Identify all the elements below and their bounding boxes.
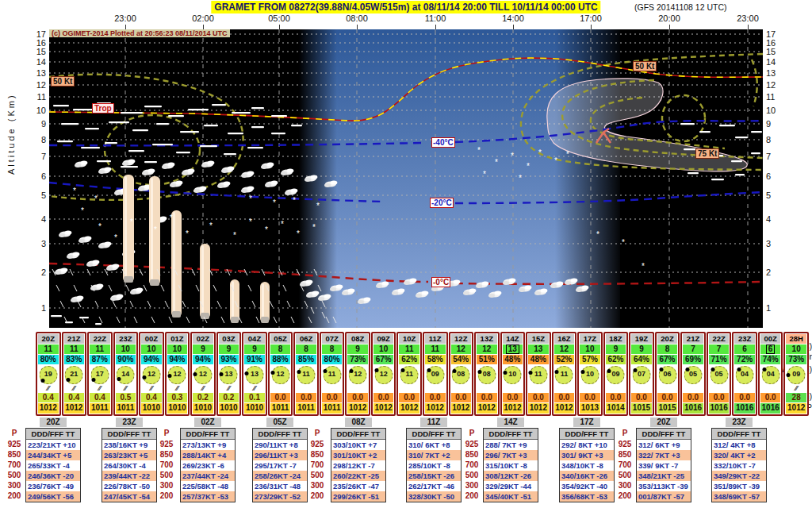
upper-wind-group: 23ZDDD/FFF TT312/ 4KT +8320/ 4KT +2332/1… bbox=[711, 418, 767, 502]
upper-col-header: DDD/FFF TT bbox=[637, 429, 691, 440]
temp-cell: 11 bbox=[425, 344, 446, 354]
upper-wind-row: 264/30KT -4 bbox=[102, 460, 156, 471]
snow-symbol: * bbox=[170, 214, 173, 222]
wind-speed: 12 bbox=[167, 370, 188, 378]
precip-cell: 0.5 bbox=[116, 393, 136, 402]
cirrus-streak bbox=[684, 148, 696, 150]
snow-symbol: * bbox=[273, 198, 276, 207]
surface-column: 17Z1057%100.01013 bbox=[577, 332, 603, 416]
cirrus-streak bbox=[168, 115, 184, 117]
humidity-cell: 48% bbox=[503, 355, 523, 364]
wind-speed: 09 bbox=[606, 370, 626, 378]
pressure-level-label: 300 bbox=[462, 481, 481, 490]
precip-cell: 0.0 bbox=[322, 393, 343, 402]
cirrus-streak bbox=[731, 160, 742, 162]
cirrus-streak bbox=[144, 161, 157, 163]
surface-column: 28H1073%09⁄⁄281012 bbox=[783, 332, 809, 416]
temp-cell: 11 bbox=[90, 344, 110, 354]
cirrus-streak bbox=[751, 152, 760, 154]
slp-cell: 1010 bbox=[167, 403, 188, 414]
upper-wind-row: 348/21KT -25 bbox=[637, 471, 691, 481]
hour-header: 00Z bbox=[141, 334, 162, 344]
cirrus-streak bbox=[81, 147, 100, 148]
pressure-level-label: 850 bbox=[157, 450, 176, 459]
cirrus-streak bbox=[109, 121, 129, 123]
hour-header: 00Z bbox=[760, 334, 781, 344]
upper-wind-row: 249/56KT -56 bbox=[26, 491, 80, 502]
tropopause-label: Trop bbox=[92, 103, 114, 114]
rain-symbol bbox=[553, 384, 576, 393]
rain-symbol bbox=[398, 384, 420, 393]
wind-cell: 13 bbox=[244, 365, 265, 384]
cirrus-streak bbox=[176, 152, 190, 153]
hour-header: 08Z bbox=[347, 334, 368, 344]
upper-wind-row: 244/34KT +5 bbox=[26, 450, 80, 460]
slp-cell: 1011 bbox=[296, 403, 316, 414]
wind-speed: 11 bbox=[399, 370, 419, 378]
precip-cell: 0.2 bbox=[193, 393, 213, 402]
temp-cell: 12 bbox=[554, 344, 575, 354]
surface-column: 15Z1348%110.01012 bbox=[526, 332, 551, 416]
temp-cell: 7 bbox=[683, 344, 703, 354]
pressure-level-label: 300 bbox=[615, 481, 634, 490]
time-axis-label: 14:00 bbox=[502, 13, 524, 23]
temp-cell: 9 bbox=[631, 344, 652, 354]
altitude-tick-left: 13 bbox=[33, 68, 46, 78]
pressure-level-label: 500 bbox=[157, 471, 176, 479]
temp-cell: 9 bbox=[193, 344, 213, 354]
temp-cell: 11 bbox=[64, 344, 85, 354]
upper-wind-row: 340/16KT -26 bbox=[560, 471, 614, 481]
rain-symbol: ⁄⁄ bbox=[167, 384, 189, 393]
cirrus-streak bbox=[79, 317, 89, 318]
surface-column: 03Z993%13⁄⁄0.21010 bbox=[216, 332, 242, 416]
upper-wind-row: 239/44KT -22 bbox=[102, 471, 156, 481]
altitude-tick-left: 17 bbox=[33, 29, 46, 39]
upper-wind-group: 23ZDDD/FFF TT238/16KT +9263/23KT +5264/3… bbox=[102, 418, 157, 502]
humidity-cell: 94% bbox=[167, 355, 188, 364]
cirrus-streak bbox=[251, 107, 264, 109]
cirrus-streak bbox=[751, 131, 762, 133]
altitude-tick-left: 6 bbox=[33, 171, 46, 181]
temp-cell: 7 bbox=[709, 344, 730, 354]
upper-wind-row: 236/76KT -49 bbox=[26, 481, 80, 491]
upper-wind-row: 247/45KT -54 bbox=[102, 491, 156, 502]
temp-cell: 12 bbox=[451, 344, 472, 354]
wind-cell: 14 bbox=[116, 365, 136, 384]
pressure-level-label: 200 bbox=[308, 491, 327, 500]
wind-cell: 12 bbox=[141, 365, 162, 384]
cirrus-streak bbox=[132, 129, 148, 131]
upper-col-header: DDD/FFF TT bbox=[102, 429, 156, 440]
upper-wind-row: 354/92KT -40 bbox=[560, 481, 614, 491]
upper-wind-row: 288/ 7KT +9 bbox=[484, 440, 538, 450]
upper-group-box: DDD/FFF TT310/ 6KT +8310/ 7KT +2285/10KT… bbox=[406, 428, 462, 502]
upper-col-header: DDD/FFF TT bbox=[407, 429, 461, 440]
wind-speed: 17 bbox=[90, 370, 110, 378]
wind-speed: 12 bbox=[373, 370, 394, 378]
surface-hourly-table: 20Z1180%19⁄⁄0.4101221Z1183%21⁄⁄0.4101222… bbox=[36, 332, 809, 416]
upper-wind-row: 260/22KT -25 bbox=[331, 471, 385, 481]
humidity-cell: 67% bbox=[373, 355, 394, 364]
time-axis-label: 02:00 bbox=[192, 13, 214, 23]
upper-wind-row: 262/17KT -46 bbox=[407, 481, 461, 491]
precip-cell: 0.0 bbox=[503, 393, 523, 402]
upper-wind-row: 225/58KT -48 bbox=[181, 481, 235, 491]
pressure-level-label: 500 bbox=[5, 471, 24, 479]
pressure-level-label: 300 bbox=[157, 481, 176, 490]
slp-cell: 1012 bbox=[347, 403, 368, 414]
precip-cell: 0.2 bbox=[219, 393, 239, 402]
upper-col-header: DDD/FFF TT bbox=[253, 429, 307, 440]
upper-group-box: DDD/FFF TT223/21KT +10244/34KT +5265/33K… bbox=[25, 428, 81, 502]
cirrus-streak bbox=[105, 142, 117, 144]
hour-header: 16Z bbox=[554, 334, 575, 344]
upper-wind-row: 312/ 4KT +8 bbox=[712, 440, 766, 450]
pressure-level-label: 700 bbox=[5, 460, 24, 469]
snow-symbol: * bbox=[249, 217, 252, 226]
wind-speed: 19 bbox=[38, 370, 59, 378]
precip-cell: 0.1 bbox=[244, 393, 265, 402]
altitude-tick-right: 11 bbox=[766, 92, 779, 102]
wind-speed: 06 bbox=[657, 370, 678, 378]
gramet-chart-page: { "header": { "title": "GRAMET FROM 0827… bbox=[0, 0, 812, 508]
precip-cell: 0.4 bbox=[64, 393, 85, 402]
convective-tower bbox=[123, 175, 134, 283]
altitude-tick-right: 2 bbox=[766, 267, 779, 277]
